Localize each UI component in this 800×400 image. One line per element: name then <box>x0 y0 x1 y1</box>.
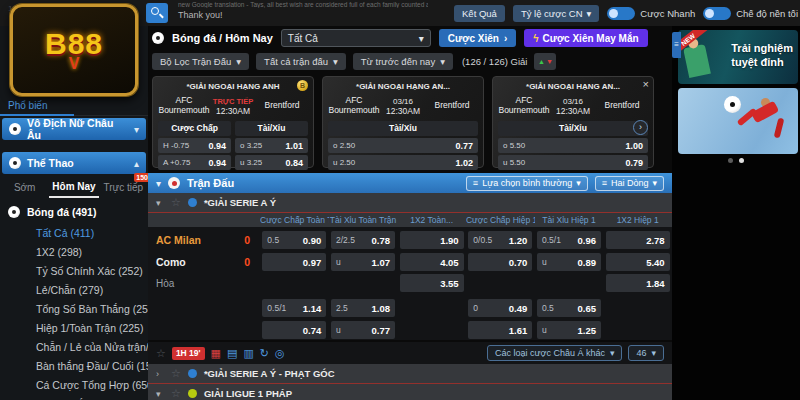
odds-cell[interactable]: 0.5/10.96 <box>537 231 601 249</box>
sidebar-item-football[interactable]: Bóng đá (491) <box>8 202 148 222</box>
odds-cell[interactable]: 5.40 <box>606 253 670 271</box>
match-filter-dropdown[interactable]: Bộ Lọc Trận Đấu▾ <box>152 53 249 70</box>
odds-cell[interactable]: 0.50.90 <box>262 231 326 249</box>
quick-bet-toggle[interactable] <box>607 7 635 20</box>
sort-button[interactable]: ▲ ▼ <box>534 53 556 70</box>
selection-mode-dropdown[interactable]: ≡ Lựa chọn bình thường ▾ <box>466 176 588 191</box>
team-score: 0 <box>244 256 250 268</box>
sidebar: B88 V Phổ biến Vô Địch Nữ Châu Âu ▾ Thể … <box>0 26 148 400</box>
chevron-right-icon: › <box>504 33 507 44</box>
brand-logo[interactable]: B88 V <box>10 4 138 96</box>
odds-cell[interactable]: A +0.750.94 <box>158 155 231 170</box>
chevron-down-icon: ▾ <box>134 124 139 135</box>
promo-banner-bottom[interactable] <box>678 88 798 154</box>
odds-cell[interactable]: u1.25 <box>537 321 601 339</box>
promo-banner-top[interactable]: Trải nghiệm tuyệt đỉnh NEW <box>678 30 798 84</box>
match-card[interactable]: *GIẢI NGOẠI HẠNG AN... AFC Bournemouth 0… <box>322 76 484 168</box>
odds-cell[interactable]: u0.89 <box>537 253 601 271</box>
odds-cell[interactable]: 0.74 <box>262 321 326 339</box>
odds-cell[interactable]: u1.07 <box>331 253 395 271</box>
tab-popular[interactable]: Phổ biến <box>8 100 47 111</box>
list-item[interactable]: Cược Thắng (80) <box>36 395 148 400</box>
odds-cell[interactable]: 3.55 <box>400 274 464 292</box>
chart-icon[interactable]: ▥ <box>243 346 253 360</box>
odds-cell[interactable]: o 5.501.00 <box>498 138 648 153</box>
time-range-dropdown[interactable]: Từ trước đến nay▾ <box>353 53 453 70</box>
odds-cell[interactable]: H -0.750.94 <box>158 138 231 153</box>
star-icon[interactable]: ☆ <box>171 196 181 209</box>
results-button[interactable]: Kết Quả <box>454 5 505 22</box>
odds-cell[interactable]: 00.49 <box>468 299 532 317</box>
league-header-serie-a[interactable]: ▾ ☆ *GIẢI SERIE A Ý <box>148 193 672 213</box>
odds-cell[interactable]: 0.97 <box>262 253 326 271</box>
match-time: 12:30AM <box>210 106 256 116</box>
soccer-ball-icon <box>9 123 21 135</box>
odds-cell[interactable]: u 3.250.84 <box>235 155 308 170</box>
list-item[interactable]: Tỷ Số Chính Xác (252) <box>36 262 148 281</box>
list-item[interactable]: Bàn thắng Đầu/ Cuối (152) <box>36 357 148 376</box>
match-card[interactable]: *GIẢI NGOẠI HẠNG ANH B AFC Bournemouth T… <box>152 76 314 168</box>
column-header: Tài/Xỉu <box>498 121 648 136</box>
panel-menu-handle[interactable]: ≡ <box>672 32 681 58</box>
market-count-dropdown[interactable]: 46 ▾ <box>628 345 664 361</box>
odds-cell[interactable]: u 5.500.79 <box>498 155 648 170</box>
star-icon[interactable]: ☆ <box>171 387 181 400</box>
live-grid-icon[interactable]: ▦ <box>211 346 221 360</box>
parlay-button[interactable]: Cược Xiên › <box>439 29 516 47</box>
list-item[interactable]: Chẵn / Lẻ của Nửa trận/... (210) <box>36 338 148 357</box>
sports-header-bar[interactable]: Thể Thao ▴ <box>2 152 146 174</box>
dark-mode-toggle[interactable] <box>703 7 731 20</box>
next-market-button[interactable]: › <box>633 120 648 135</box>
odds-cell[interactable]: 2.51.08 <box>331 299 395 317</box>
star-icon[interactable]: ☆ <box>171 367 181 380</box>
odds-cell[interactable]: 0.5/11.14 <box>262 299 326 317</box>
refresh-icon[interactable]: ↻ <box>260 346 269 360</box>
all-matches-dropdown[interactable]: Tất cả trận đấu▾ <box>256 53 346 70</box>
odds-type-dropdown[interactable]: Tỷ lệ cược CN ▾ <box>513 5 599 22</box>
list-item[interactable]: Cá Cược Tổng Hợp (650) <box>36 376 148 395</box>
card-league: *GIẢI NGOẠI HẠNG AN... <box>498 80 648 93</box>
list-item[interactable]: 1X2 (298) <box>36 243 148 262</box>
lucky-parlay-button[interactable]: ϟ Cược Xiên May Mắn <box>524 29 647 47</box>
list-item[interactable]: Tổng Số Bàn Thắng (251) <box>36 300 148 319</box>
odds-cell[interactable]: 1.90 <box>400 231 464 249</box>
star-icon[interactable]: ☆ <box>156 347 166 360</box>
league-header-ligue-1[interactable]: ▾ ☆ GIẢI LIGUE 1 PHÁP <box>148 384 672 400</box>
odds-cell[interactable]: o 2.500.77 <box>328 138 478 153</box>
odds-cell[interactable]: 0.70 <box>468 253 532 271</box>
odds-cell[interactable]: 2.78 <box>606 231 670 249</box>
odds-cell[interactable]: u0.77 <box>331 321 395 339</box>
asian-bets-dropdown[interactable]: Các loại cược Châu Á khác ▾ <box>487 345 623 361</box>
close-icon[interactable]: × <box>643 78 649 90</box>
stats-doc-icon[interactable]: ▤ <box>227 346 237 360</box>
odds-cell[interactable]: 1.84 <box>606 274 670 292</box>
tab-early[interactable]: Sớm <box>0 178 49 197</box>
tab-live[interactable]: Trực tiếp 150 <box>99 178 148 197</box>
featured-league-bar[interactable]: Vô Địch Nữ Châu Âu ▾ <box>2 118 146 140</box>
goalkeeper-illustration <box>683 44 711 78</box>
carousel-dot[interactable] <box>728 158 733 163</box>
match-card[interactable]: *GIẢI NGOẠI HẠNG AN... × AFC Bournemouth… <box>492 76 654 168</box>
odds-cell[interactable]: 4.05 <box>400 253 464 271</box>
list-item[interactable]: Hiệp 1/Toàn Trận (225) <box>36 319 148 338</box>
list-item[interactable]: Tất Cả (411) <box>36 224 148 243</box>
list-item[interactable]: Lẻ/Chẵn (279) <box>36 281 148 300</box>
search-button[interactable] <box>146 3 168 23</box>
tab-today[interactable]: Hôm Nay <box>49 177 98 198</box>
lines-mode-dropdown[interactable]: ≡ Hai Dòng ▾ <box>595 176 664 191</box>
chevron-down-icon[interactable]: ▾ <box>156 178 161 189</box>
odds-cell[interactable]: 2/2.50.78 <box>331 231 395 249</box>
serie-a-rows: AC Milan 0 0.50.90 2/2.50.78 1.90 0/0.51… <box>148 227 672 340</box>
odds-cell[interactable]: 0.50.65 <box>537 299 601 317</box>
all-filter-dropdown[interactable]: Tất Cả ▾ <box>281 29 431 47</box>
odds-cell[interactable]: u 2.501.02 <box>328 155 478 170</box>
carousel-dots <box>672 158 800 163</box>
chevron-down-icon: ▾ <box>236 56 241 67</box>
odds-cell[interactable]: o 3.251.01 <box>235 138 308 153</box>
league-header-serie-a-corners[interactable]: › ☆ *GIẢI SERIE A Ý - PHẠT GÓC <box>148 364 672 384</box>
odds-cell[interactable]: 1.61 <box>468 321 532 339</box>
carousel-dot[interactable] <box>739 158 744 163</box>
odds-cell[interactable]: 0/0.51.20 <box>468 231 532 249</box>
history-icon[interactable]: ◎ <box>275 346 285 360</box>
sub-nav: Bóng đá / Hôm Nay Tất Cả ▾ Cược Xiên › ϟ… <box>148 26 672 50</box>
